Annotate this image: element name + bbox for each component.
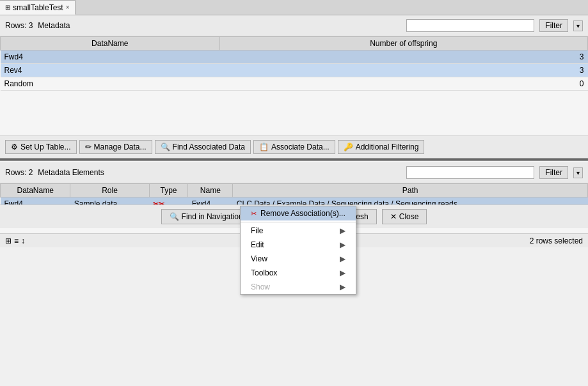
col-header-path[interactable]: Path [233, 184, 588, 197]
find-nav-icon: 🔍 [170, 212, 179, 221]
table-row[interactable]: Rev4 3 [1, 64, 588, 77]
col-header-role[interactable]: Role [70, 184, 149, 197]
close-label: Close [399, 212, 419, 221]
col-header-dataname[interactable]: DataName [1, 184, 70, 197]
bottom-filter-input[interactable] [406, 166, 534, 179]
table-icon: ⊞ [5, 4, 10, 11]
context-menu-separator [241, 222, 356, 222]
tab-close-button[interactable]: × [66, 4, 70, 11]
list-icon: ≡ [14, 236, 19, 245]
submenu-arrow-icon: ▶ [340, 226, 346, 235]
tab-smalltabletest[interactable]: ⊞ smallTableTest × [0, 0, 75, 15]
bottom-filter-button[interactable]: Filter [539, 166, 568, 179]
top-rows-count: Rows: 3 [5, 21, 33, 30]
col-header-type[interactable]: Type [149, 184, 188, 197]
cell-offspring: 3 [219, 50, 587, 64]
submenu-arrow-icon: ▶ [340, 282, 346, 291]
tab-bar: ⊞ smallTableTest × [0, 0, 588, 15]
grid-icon: ⊞ [5, 236, 12, 245]
top-table-area: DataName Number of offspring Fwd4 3 Rev4… [0, 36, 588, 135]
top-section: Rows: 3 Metadata Filter ▾ DataName Numbe… [0, 15, 588, 159]
top-filter-input[interactable] [406, 19, 534, 32]
context-menu-show[interactable]: Show ▶ [241, 280, 356, 294]
top-data-table: DataName Number of offspring Fwd4 3 Rev4… [0, 36, 588, 91]
bottom-rows-count: Rows: 2 [5, 168, 33, 177]
section-divider [0, 159, 588, 161]
top-toolbar: ⚙ Set Up Table... ✏ Manage Data... 🔍 Fin… [0, 135, 588, 158]
submenu-arrow-icon: ▶ [340, 240, 346, 249]
cell-dataname: Rev4 [1, 64, 220, 77]
tab-label: smallTableTest [13, 3, 63, 12]
associate-data-button[interactable]: 📋 Associate Data... [253, 140, 335, 154]
context-menu-edit-label: Edit [251, 240, 264, 249]
filter-icon: 🔑 [344, 143, 353, 151]
bottom-filter-dropdown[interactable]: ▾ [573, 167, 583, 178]
bottom-section: Rows: 2 Metadata Elements Filter ▾ DataN… [0, 162, 588, 247]
context-menu-remove-association[interactable]: ✂ Remove Association(s)... [241, 206, 356, 220]
context-menu: ✂ Remove Association(s)... File ▶ Edit ▶… [240, 206, 356, 295]
context-menu-show-label: Show [251, 282, 270, 291]
context-menu-view-label: View [251, 254, 267, 263]
col-header-offspring[interactable]: Number of offspring [219, 37, 587, 50]
additional-filtering-button[interactable]: 🔑 Additional Filtering [338, 140, 425, 154]
associate-icon: 📋 [259, 143, 269, 151]
context-menu-toolbox[interactable]: Toolbox ▶ [241, 266, 356, 280]
status-text: 2 rows selected [530, 236, 583, 245]
top-filter-dropdown[interactable]: ▾ [573, 20, 583, 31]
cell-dataname: Fwd4 [1, 50, 220, 64]
find-associated-button[interactable]: 🔍 Find Associated Data [155, 140, 251, 154]
submenu-arrow-icon: ▶ [340, 268, 346, 277]
context-menu-edit[interactable]: Edit ▶ [241, 238, 356, 252]
find-icon: 🔍 [161, 143, 170, 151]
context-menu-remove-label: Remove Association(s)... [260, 209, 346, 218]
top-metadata-label: Metadata [38, 21, 70, 30]
context-menu-file-label: File [251, 226, 263, 235]
submenu-arrow-icon: ▶ [340, 254, 346, 263]
table-row[interactable]: Fwd4 3 [1, 50, 588, 64]
table-row[interactable]: Random 0 [1, 77, 588, 91]
setup-table-button[interactable]: ⚙ Set Up Table... [5, 140, 77, 154]
top-rows-bar: Rows: 3 Metadata Filter ▾ [0, 15, 588, 36]
context-menu-file[interactable]: File ▶ [241, 224, 356, 238]
cell-offspring: 3 [219, 64, 587, 77]
top-filter-button[interactable]: Filter [539, 19, 568, 32]
close-button[interactable]: ✕ Close [382, 209, 427, 224]
cell-offspring: 0 [219, 77, 587, 91]
context-menu-toolbox-label: Toolbox [251, 268, 277, 277]
remove-icon: ✂ [251, 210, 257, 218]
manage-icon: ✏ [85, 143, 91, 151]
filter-status-icon: ↕ [21, 236, 25, 245]
col-header-name[interactable]: Name [188, 184, 233, 197]
status-icons: ⊞ ≡ ↕ [5, 236, 25, 245]
context-menu-view[interactable]: View ▶ [241, 252, 356, 266]
col-header-dataname[interactable]: DataName [1, 37, 220, 50]
cell-dataname: Random [1, 77, 220, 91]
bottom-metadata-label: Metadata Elements [38, 168, 104, 177]
bottom-rows-bar: Rows: 2 Metadata Elements Filter ▾ [0, 162, 588, 183]
manage-data-button[interactable]: ✏ Manage Data... [79, 140, 152, 154]
close-icon: ✕ [390, 212, 397, 221]
setup-icon: ⚙ [11, 143, 18, 151]
